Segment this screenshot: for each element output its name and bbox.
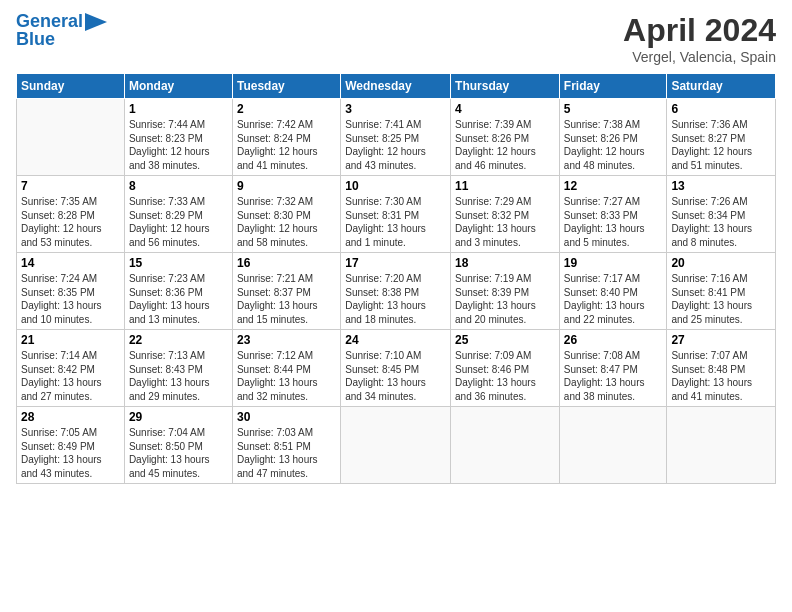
day-info: Sunrise: 7:16 AMSunset: 8:41 PMDaylight:… <box>671 272 771 326</box>
day-number: 21 <box>21 333 120 347</box>
day-cell: 23Sunrise: 7:12 AMSunset: 8:44 PMDayligh… <box>232 330 340 407</box>
day-info: Sunrise: 7:36 AMSunset: 8:27 PMDaylight:… <box>671 118 771 172</box>
day-cell <box>341 407 451 484</box>
day-cell: 17Sunrise: 7:20 AMSunset: 8:38 PMDayligh… <box>341 253 451 330</box>
day-info: Sunrise: 7:10 AMSunset: 8:45 PMDaylight:… <box>345 349 446 403</box>
day-cell: 6Sunrise: 7:36 AMSunset: 8:27 PMDaylight… <box>667 99 776 176</box>
day-number: 14 <box>21 256 120 270</box>
day-number: 17 <box>345 256 446 270</box>
day-cell: 1Sunrise: 7:44 AMSunset: 8:23 PMDaylight… <box>124 99 232 176</box>
day-cell: 27Sunrise: 7:07 AMSunset: 8:48 PMDayligh… <box>667 330 776 407</box>
day-info: Sunrise: 7:17 AMSunset: 8:40 PMDaylight:… <box>564 272 663 326</box>
day-info: Sunrise: 7:07 AMSunset: 8:48 PMDaylight:… <box>671 349 771 403</box>
day-cell: 10Sunrise: 7:30 AMSunset: 8:31 PMDayligh… <box>341 176 451 253</box>
week-row-1: 1Sunrise: 7:44 AMSunset: 8:23 PMDaylight… <box>17 99 776 176</box>
day-number: 11 <box>455 179 555 193</box>
day-cell: 25Sunrise: 7:09 AMSunset: 8:46 PMDayligh… <box>451 330 560 407</box>
day-cell: 5Sunrise: 7:38 AMSunset: 8:26 PMDaylight… <box>559 99 667 176</box>
day-cell <box>559 407 667 484</box>
weekday-saturday: Saturday <box>667 74 776 99</box>
calendar-table: SundayMondayTuesdayWednesdayThursdayFrid… <box>16 73 776 484</box>
day-info: Sunrise: 7:26 AMSunset: 8:34 PMDaylight:… <box>671 195 771 249</box>
day-info: Sunrise: 7:14 AMSunset: 8:42 PMDaylight:… <box>21 349 120 403</box>
day-info: Sunrise: 7:03 AMSunset: 8:51 PMDaylight:… <box>237 426 336 480</box>
day-cell: 3Sunrise: 7:41 AMSunset: 8:25 PMDaylight… <box>341 99 451 176</box>
day-cell: 21Sunrise: 7:14 AMSunset: 8:42 PMDayligh… <box>17 330 125 407</box>
day-number: 2 <box>237 102 336 116</box>
page: General Blue April 2024 Vergel, Valencia… <box>0 0 792 612</box>
day-number: 19 <box>564 256 663 270</box>
day-cell: 7Sunrise: 7:35 AMSunset: 8:28 PMDaylight… <box>17 176 125 253</box>
day-cell: 18Sunrise: 7:19 AMSunset: 8:39 PMDayligh… <box>451 253 560 330</box>
day-number: 3 <box>345 102 446 116</box>
day-cell: 4Sunrise: 7:39 AMSunset: 8:26 PMDaylight… <box>451 99 560 176</box>
week-row-3: 14Sunrise: 7:24 AMSunset: 8:35 PMDayligh… <box>17 253 776 330</box>
weekday-friday: Friday <box>559 74 667 99</box>
day-number: 30 <box>237 410 336 424</box>
day-cell: 30Sunrise: 7:03 AMSunset: 8:51 PMDayligh… <box>232 407 340 484</box>
day-cell: 9Sunrise: 7:32 AMSunset: 8:30 PMDaylight… <box>232 176 340 253</box>
weekday-monday: Monday <box>124 74 232 99</box>
day-number: 12 <box>564 179 663 193</box>
day-number: 28 <box>21 410 120 424</box>
day-number: 24 <box>345 333 446 347</box>
day-info: Sunrise: 7:24 AMSunset: 8:35 PMDaylight:… <box>21 272 120 326</box>
day-number: 1 <box>129 102 228 116</box>
day-cell: 13Sunrise: 7:26 AMSunset: 8:34 PMDayligh… <box>667 176 776 253</box>
day-info: Sunrise: 7:33 AMSunset: 8:29 PMDaylight:… <box>129 195 228 249</box>
week-row-4: 21Sunrise: 7:14 AMSunset: 8:42 PMDayligh… <box>17 330 776 407</box>
day-info: Sunrise: 7:35 AMSunset: 8:28 PMDaylight:… <box>21 195 120 249</box>
weekday-thursday: Thursday <box>451 74 560 99</box>
day-number: 5 <box>564 102 663 116</box>
day-number: 18 <box>455 256 555 270</box>
title-block: April 2024 Vergel, Valencia, Spain <box>623 12 776 65</box>
day-cell: 2Sunrise: 7:42 AMSunset: 8:24 PMDaylight… <box>232 99 340 176</box>
day-number: 10 <box>345 179 446 193</box>
day-info: Sunrise: 7:13 AMSunset: 8:43 PMDaylight:… <box>129 349 228 403</box>
day-number: 23 <box>237 333 336 347</box>
day-cell: 12Sunrise: 7:27 AMSunset: 8:33 PMDayligh… <box>559 176 667 253</box>
day-info: Sunrise: 7:27 AMSunset: 8:33 PMDaylight:… <box>564 195 663 249</box>
day-info: Sunrise: 7:41 AMSunset: 8:25 PMDaylight:… <box>345 118 446 172</box>
day-info: Sunrise: 7:42 AMSunset: 8:24 PMDaylight:… <box>237 118 336 172</box>
day-number: 15 <box>129 256 228 270</box>
day-number: 20 <box>671 256 771 270</box>
day-number: 7 <box>21 179 120 193</box>
weekday-header-row: SundayMondayTuesdayWednesdayThursdayFrid… <box>17 74 776 99</box>
day-cell: 22Sunrise: 7:13 AMSunset: 8:43 PMDayligh… <box>124 330 232 407</box>
weekday-sunday: Sunday <box>17 74 125 99</box>
day-number: 4 <box>455 102 555 116</box>
day-number: 9 <box>237 179 336 193</box>
day-cell <box>17 99 125 176</box>
day-info: Sunrise: 7:23 AMSunset: 8:36 PMDaylight:… <box>129 272 228 326</box>
day-number: 6 <box>671 102 771 116</box>
day-cell: 8Sunrise: 7:33 AMSunset: 8:29 PMDaylight… <box>124 176 232 253</box>
day-info: Sunrise: 7:38 AMSunset: 8:26 PMDaylight:… <box>564 118 663 172</box>
subtitle: Vergel, Valencia, Spain <box>623 49 776 65</box>
logo: General Blue <box>16 12 107 50</box>
day-number: 8 <box>129 179 228 193</box>
day-cell: 19Sunrise: 7:17 AMSunset: 8:40 PMDayligh… <box>559 253 667 330</box>
day-info: Sunrise: 7:12 AMSunset: 8:44 PMDaylight:… <box>237 349 336 403</box>
day-number: 22 <box>129 333 228 347</box>
week-row-5: 28Sunrise: 7:05 AMSunset: 8:49 PMDayligh… <box>17 407 776 484</box>
day-cell: 20Sunrise: 7:16 AMSunset: 8:41 PMDayligh… <box>667 253 776 330</box>
day-cell: 26Sunrise: 7:08 AMSunset: 8:47 PMDayligh… <box>559 330 667 407</box>
day-cell: 24Sunrise: 7:10 AMSunset: 8:45 PMDayligh… <box>341 330 451 407</box>
day-cell: 14Sunrise: 7:24 AMSunset: 8:35 PMDayligh… <box>17 253 125 330</box>
logo-blue-text: Blue <box>16 30 55 50</box>
day-info: Sunrise: 7:08 AMSunset: 8:47 PMDaylight:… <box>564 349 663 403</box>
day-info: Sunrise: 7:09 AMSunset: 8:46 PMDaylight:… <box>455 349 555 403</box>
header: General Blue April 2024 Vergel, Valencia… <box>16 12 776 65</box>
day-info: Sunrise: 7:21 AMSunset: 8:37 PMDaylight:… <box>237 272 336 326</box>
day-cell: 28Sunrise: 7:05 AMSunset: 8:49 PMDayligh… <box>17 407 125 484</box>
day-cell: 16Sunrise: 7:21 AMSunset: 8:37 PMDayligh… <box>232 253 340 330</box>
day-number: 13 <box>671 179 771 193</box>
day-number: 26 <box>564 333 663 347</box>
day-info: Sunrise: 7:39 AMSunset: 8:26 PMDaylight:… <box>455 118 555 172</box>
day-info: Sunrise: 7:32 AMSunset: 8:30 PMDaylight:… <box>237 195 336 249</box>
day-info: Sunrise: 7:44 AMSunset: 8:23 PMDaylight:… <box>129 118 228 172</box>
day-number: 25 <box>455 333 555 347</box>
day-info: Sunrise: 7:20 AMSunset: 8:38 PMDaylight:… <box>345 272 446 326</box>
week-row-2: 7Sunrise: 7:35 AMSunset: 8:28 PMDaylight… <box>17 176 776 253</box>
